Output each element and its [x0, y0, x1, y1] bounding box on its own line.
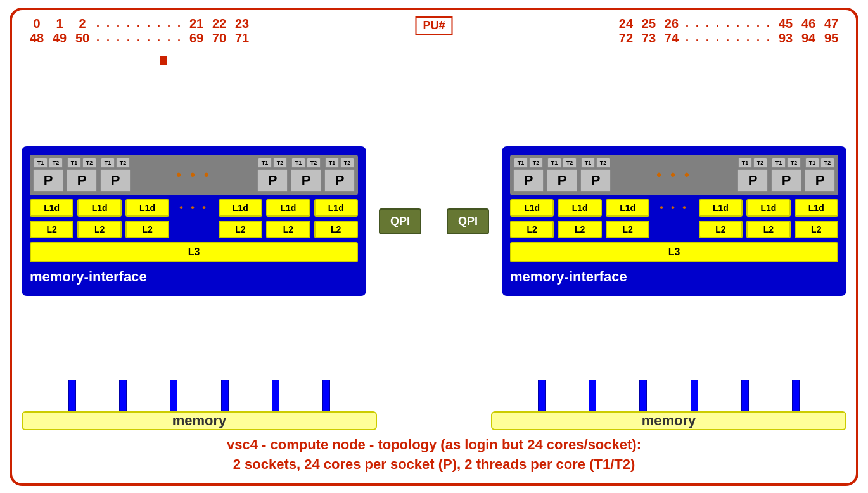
left-buses — [22, 380, 377, 411]
right-cores-container: T1 T2 P T1 T2 P T1 T2 — [510, 155, 838, 195]
thread-t1: T1 — [258, 158, 272, 168]
thread-t1: T1 — [101, 158, 115, 168]
bus-line-7 — [538, 380, 546, 411]
p-unit: P — [100, 169, 131, 192]
red-bar-row — [22, 56, 846, 65]
left-l2-row: L2 L2 L2 L2 L2 L2 — [30, 221, 358, 238]
thread-t1: T1 — [772, 158, 786, 168]
right-buses — [491, 380, 846, 411]
left-dots: • • • — [134, 158, 254, 192]
right-core-1: T1 T2 P — [513, 158, 544, 192]
thread-t2: T2 — [529, 158, 543, 168]
left-core-3: T1 T2 P — [100, 158, 131, 192]
left-l2-6: L2 — [314, 221, 358, 238]
bus-line-10 — [691, 380, 698, 411]
bus-line-8 — [589, 380, 596, 411]
p-unit: P — [737, 169, 768, 192]
left-l2-2: L2 — [77, 221, 121, 238]
pu-numbers-area: 0 1 2 . . . . . . . . . 21 22 23 48 49 5… — [22, 16, 846, 54]
left-memory-interface-label: memory-interface — [30, 266, 358, 288]
right-core-2: T1 T2 P — [547, 158, 577, 192]
right-dots: • • • — [614, 158, 734, 192]
thread-t2: T2 — [787, 158, 801, 168]
right-l1d-6: L1d — [795, 199, 838, 217]
p-unit: P — [67, 169, 97, 192]
right-l2-row: L2 L2 L2 L2 L2 L2 — [510, 221, 838, 238]
right-l2-6: L2 — [795, 221, 838, 238]
main-container: 0 1 2 . . . . . . . . . 21 22 23 48 49 5… — [10, 8, 858, 486]
right-memory-box: memory — [491, 411, 846, 430]
bus-line-6 — [322, 380, 330, 411]
right-memory-section: memory — [491, 380, 846, 430]
thread-t2: T2 — [116, 158, 130, 168]
l1d-dots: • • • — [173, 199, 214, 217]
bus-line-5 — [272, 380, 279, 411]
right-core-4: T1 T2 P — [737, 158, 768, 192]
thread-t1: T1 — [514, 158, 528, 168]
right-pu-row1: 24 25 26 . . . . . . . . . 45 46 47 — [473, 16, 840, 31]
p-unit: P — [33, 169, 63, 192]
l2-spacer — [173, 221, 214, 238]
left-l1d-2: L1d — [77, 199, 121, 217]
right-l3: L3 — [510, 242, 838, 262]
thread-t2: T2 — [340, 158, 354, 168]
thread-t2: T2 — [273, 158, 287, 168]
p-unit: P — [771, 169, 801, 192]
right-l1d-4: L1d — [699, 199, 743, 217]
thread-t2: T2 — [49, 158, 63, 168]
thread-t1: T1 — [805, 158, 819, 168]
left-pu-row2: 48 49 50 . . . . . . . . . 69 70 71 — [28, 31, 395, 46]
right-memory-interface-label: memory-interface — [510, 266, 838, 288]
thread-t1: T1 — [547, 158, 561, 168]
left-l3: L3 — [30, 242, 358, 262]
left-l1d-1: L1d — [30, 199, 73, 217]
thread-t2: T2 — [820, 158, 834, 168]
left-memory-section: memory — [22, 380, 377, 430]
p-unit: P — [580, 169, 611, 192]
left-l2-3: L2 — [125, 221, 169, 238]
right-l2-1: L2 — [510, 221, 554, 238]
bus-line-4 — [221, 380, 229, 411]
left-l1d-row: L1d L1d L1d • • • L1d L1d L1d — [30, 199, 358, 217]
thread-t2: T2 — [82, 158, 96, 168]
left-socket: T1 T2 P T1 T2 P T1 T2 — [22, 146, 366, 296]
caption-line2: 2 sockets, 24 cores per socket (P), 2 th… — [22, 455, 846, 475]
left-l1d-6: L1d — [314, 199, 358, 217]
thread-t1: T1 — [34, 158, 48, 168]
p-unit: P — [324, 169, 355, 192]
left-pu-row1: 0 1 2 . . . . . . . . . 21 22 23 — [28, 16, 395, 31]
thread-t1: T1 — [581, 158, 595, 168]
bus-line-9 — [639, 380, 647, 411]
memory-area: memory memory — [22, 380, 846, 430]
right-l2-2: L2 — [558, 221, 601, 238]
qpi-right: QPI — [447, 208, 489, 234]
right-core-5: T1 T2 P — [771, 158, 801, 192]
right-l2-5: L2 — [746, 221, 790, 238]
thread-t2: T2 — [307, 158, 321, 168]
right-l1d-row: L1d L1d L1d • • • L1d L1d L1d — [510, 199, 838, 217]
thread-t1: T1 — [291, 158, 305, 168]
left-core-6: T1 T2 P — [324, 158, 355, 192]
p-unit: P — [513, 169, 544, 192]
left-pu-numbers: 0 1 2 . . . . . . . . . 21 22 23 48 49 5… — [28, 16, 395, 46]
caption: vsc4 - compute node - topology (as login… — [22, 430, 846, 477]
left-l1d-4: L1d — [219, 199, 262, 217]
left-core-1: T1 T2 P — [33, 158, 63, 192]
caption-line1: vsc4 - compute node - topology (as login… — [22, 435, 846, 455]
thread-t2: T2 — [563, 158, 577, 168]
left-l2-1: L2 — [30, 221, 73, 238]
bus-line-1 — [68, 380, 76, 411]
right-socket: T1 T2 P T1 T2 P T1 T2 — [502, 146, 846, 296]
left-memory-box: memory — [22, 411, 377, 430]
left-l2-4: L2 — [219, 221, 262, 238]
right-l1d-2: L1d — [558, 199, 601, 217]
right-pu-numbers: 24 25 26 . . . . . . . . . 45 46 47 72 7… — [473, 16, 840, 46]
left-l1d-5: L1d — [266, 199, 310, 217]
p-unit: P — [257, 169, 288, 192]
left-l1d-3: L1d — [125, 199, 169, 217]
left-cores-container: T1 T2 P T1 T2 P T1 T2 — [30, 155, 358, 195]
thread-t1: T1 — [738, 158, 752, 168]
left-core-4: T1 T2 P — [257, 158, 288, 192]
right-l1d-dots: • • • — [653, 199, 694, 217]
bus-line-12 — [792, 380, 800, 411]
